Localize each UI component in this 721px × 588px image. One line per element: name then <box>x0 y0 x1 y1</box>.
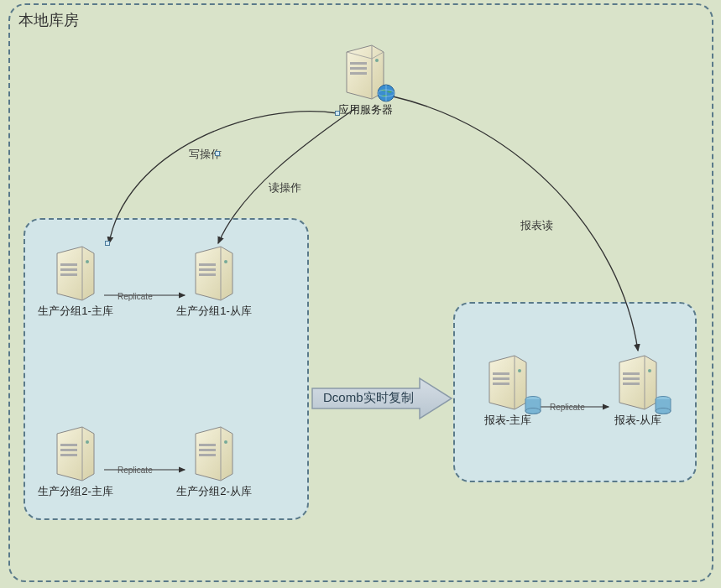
g1-slave-node: 生产分组1-从库 <box>189 243 239 302</box>
connection-anchor-icon <box>215 151 220 156</box>
rpt-slave-label: 报表-从库 <box>588 413 688 428</box>
svg-rect-20 <box>60 454 77 456</box>
report-read-edge-label: 报表读 <box>520 218 553 233</box>
svg-rect-15 <box>199 268 216 271</box>
svg-rect-14 <box>199 263 216 266</box>
replicate-label-2: Replicate <box>118 466 153 475</box>
rpt-slave-node: 报表-从库 <box>613 352 663 411</box>
dcomb-label: Dcomb实时复制 <box>323 390 414 406</box>
svg-rect-4 <box>350 67 367 70</box>
server-icon <box>189 243 239 302</box>
database-icon <box>525 396 541 414</box>
svg-rect-32 <box>623 372 640 375</box>
g2-slave-node: 生产分组2-从库 <box>189 424 239 482</box>
svg-point-13 <box>86 260 89 263</box>
g1-master-label: 生产分组1-主库 <box>25 304 126 319</box>
svg-point-6 <box>375 59 379 62</box>
svg-point-29 <box>518 369 521 372</box>
svg-rect-3 <box>350 62 367 65</box>
g2-slave-label: 生产分组2-从库 <box>164 484 264 499</box>
server-icon <box>50 243 101 302</box>
svg-rect-19 <box>60 449 77 451</box>
svg-point-35 <box>648 369 651 372</box>
svg-rect-5 <box>350 72 367 75</box>
svg-rect-26 <box>493 372 509 375</box>
svg-rect-34 <box>623 382 640 385</box>
rpt-master-label: 报表-主库 <box>457 413 558 428</box>
server-icon <box>189 424 239 482</box>
svg-point-25 <box>224 440 227 444</box>
svg-rect-33 <box>623 377 640 380</box>
svg-rect-18 <box>60 444 77 446</box>
replicate-label-1: Replicate <box>118 292 153 301</box>
svg-rect-24 <box>199 454 216 456</box>
connection-anchor-icon <box>105 241 110 246</box>
read-edge-label: 读操作 <box>269 180 301 195</box>
globe-icon <box>377 84 395 102</box>
connection-anchor-icon <box>335 111 340 116</box>
container-title: 本地库房 <box>18 10 79 30</box>
g1-slave-label: 生产分组1-从库 <box>164 304 264 319</box>
svg-point-21 <box>86 440 89 444</box>
app-server-label: 应用服务器 <box>315 102 415 117</box>
server-icon <box>50 424 101 482</box>
svg-rect-23 <box>199 449 216 451</box>
g1-master-node: 生产分组1-主库 <box>50 243 101 302</box>
replicate-label-3: Replicate <box>550 403 585 412</box>
svg-rect-28 <box>493 382 509 385</box>
g2-master-label: 生产分组2-主库 <box>25 484 126 499</box>
svg-rect-10 <box>60 263 77 266</box>
app-server-node: 应用服务器 <box>340 42 390 101</box>
database-icon <box>655 396 671 414</box>
rpt-master-node: 报表-主库 <box>483 352 533 411</box>
svg-rect-11 <box>60 268 77 271</box>
svg-rect-27 <box>493 377 509 380</box>
g2-master-node: 生产分组2-主库 <box>50 424 101 482</box>
svg-rect-22 <box>199 444 216 446</box>
svg-rect-12 <box>60 273 77 276</box>
svg-point-17 <box>224 260 227 263</box>
svg-rect-16 <box>199 273 216 276</box>
